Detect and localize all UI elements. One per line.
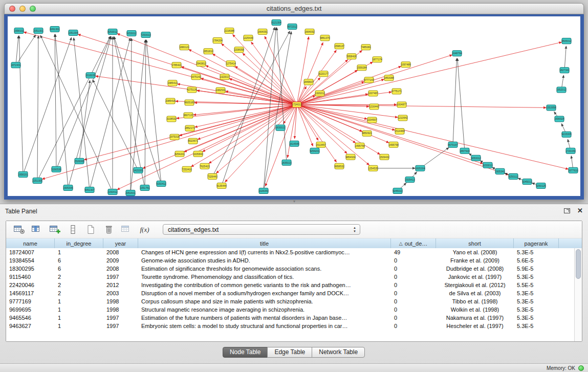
graph-node[interactable]: 2852171 [185, 125, 195, 131]
table-row[interactable]: 969969511998Structural magnetic resonanc… [6, 305, 574, 314]
table-row[interactable]: 2242004622012Investigating the contribut… [6, 281, 574, 289]
graph-node[interactable]: 1830022 [275, 125, 286, 130]
panel-splitter[interactable]: ▾ [0, 200, 588, 204]
table-row[interactable]: 1830029562008Estimation of significance … [6, 265, 574, 273]
graph-node[interactable]: 9850921 [362, 130, 372, 136]
graph-node[interactable]: 1598137 [334, 43, 344, 49]
graph-node[interactable]: 1648794 [452, 51, 462, 56]
graph-node[interactable]: 1323017 [220, 74, 230, 80]
graph-node[interactable]: 1514469 [395, 128, 405, 134]
graph-node[interactable]: 1872431 [11, 62, 21, 68]
graph-node[interactable]: 9135444 [216, 183, 227, 188]
column-header-name[interactable]: name [6, 238, 55, 248]
column-header-out_de[interactable]: △out_de… [391, 238, 436, 248]
graph-node[interactable]: 1614545 [289, 141, 299, 146]
graph-node[interactable]: 8254201 [175, 151, 185, 157]
graph-node[interactable]: 1097489 [401, 62, 411, 68]
column-header-title[interactable]: title [138, 238, 391, 248]
graph-node[interactable]: 9958532 [334, 163, 344, 169]
graph-node[interactable]: 9150412 [156, 181, 166, 186]
graph-node[interactable]: 9854934 [345, 154, 356, 160]
graph-node[interactable]: 1275414 [226, 61, 236, 67]
graph-node[interactable]: 1680121 [179, 45, 189, 50]
graph-node[interactable]: 8679197 [448, 142, 458, 147]
graph-node[interactable]: 2085416 [165, 98, 176, 104]
graph-node[interactable]: 9777143 [364, 77, 374, 83]
graph-node[interactable]: 9245013 [393, 188, 403, 193]
create-column-icon[interactable] [48, 223, 62, 236]
graph-node[interactable]: 1605304 [415, 165, 425, 171]
graph-node[interactable]: 1210642 [398, 115, 408, 121]
graph-node[interactable]: 9505312 [561, 38, 572, 44]
graph-node[interactable]: 9250112 [508, 173, 518, 179]
table-row[interactable]: 977716911998Corpus callosum shape and si… [6, 297, 574, 305]
graph-node[interactable]: 1853088 [384, 75, 394, 81]
graph-node[interactable]: 1553958 [546, 105, 556, 111]
graph-node[interactable]: 1675142 [191, 74, 201, 80]
graph-node[interactable]: 1664092 [304, 29, 315, 35]
graph-node[interactable]: 1320212 [315, 91, 325, 96]
graph-node[interactable]: 7485081 [361, 45, 371, 50]
graph-node[interactable]: 8023671 [188, 138, 198, 144]
graph-node[interactable]: 9861370 [320, 35, 330, 41]
graph-node[interactable]: 1007487 [368, 91, 378, 96]
graph-node[interactable]: 1975318 [169, 134, 180, 140]
table-row[interactable]: 1938455462009Genome-wide association stu… [6, 256, 574, 265]
graph-node[interactable]: 8605183 [184, 100, 194, 105]
column-header-year[interactable]: year [103, 238, 138, 248]
graph-node[interactable]: 8253012 [107, 29, 118, 35]
table-row[interactable]: 946554611997Estimation of the future num… [6, 314, 574, 322]
graph-node[interactable]: 1635843 [193, 151, 203, 157]
network-canvas[interactable]: 1724012221808817842042851810294381216751… [8, 16, 580, 196]
column-header-in_degree[interactable]: in_degree [55, 238, 103, 248]
graph-node[interactable]: 2051601 [125, 190, 136, 195]
graph-node[interactable]: 4275126 [187, 87, 197, 93]
graph-node[interactable]: 1724012 [292, 102, 302, 107]
graph-node[interactable]: 1905306 [63, 185, 73, 190]
table-row[interactable]: 911546021997Tourette syndrome. Phenomeno… [6, 273, 574, 281]
graph-node[interactable]: 2251305 [32, 178, 42, 183]
graph-node[interactable]: 1720154 [565, 148, 576, 154]
graph-node[interactable]: 9051307 [84, 187, 95, 192]
graph-node[interactable]: 1415305 [133, 167, 143, 173]
import-table-icon[interactable] [120, 223, 134, 236]
graph-node[interactable]: 1225439 [243, 35, 253, 41]
graph-node[interactable]: 5190530 [51, 166, 61, 172]
graph-node[interactable]: 1495758 [388, 142, 399, 147]
close-window-button[interactable] [9, 6, 15, 12]
graph-node[interactable]: 1559284 [357, 65, 367, 71]
table-row[interactable]: 946362711997Embryonic stem cells: a mode… [6, 322, 574, 330]
graph-node[interactable]: 3807137 [183, 113, 193, 118]
graph-node[interactable]: 1877174 [372, 57, 382, 62]
graph-node[interactable]: 1664091 [257, 29, 268, 35]
table-row[interactable]: 1872400712008Changes of HCN gene express… [6, 248, 574, 256]
graph-node[interactable]: 1696924 [554, 116, 564, 122]
graph-node[interactable]: 7253013 [141, 32, 151, 38]
graph-node[interactable]: 1849607 [303, 79, 314, 85]
graph-node[interactable]: 1051304 [68, 30, 78, 36]
graph-node[interactable]: 2218088 [224, 28, 234, 34]
graph-node[interactable]: 2016030 [85, 73, 96, 78]
vertical-scrollbar[interactable] [574, 248, 582, 341]
graph-node[interactable]: 2943812 [196, 61, 206, 67]
graph-node[interactable]: 2208058 [234, 47, 244, 53]
column-header-pagerank[interactable]: pagerank [514, 238, 559, 248]
graph-node[interactable]: 2526065 [74, 158, 84, 164]
graph-node[interactable]: 7253410 [182, 166, 192, 172]
graph-node[interactable]: 1785421 [171, 62, 182, 68]
graph-node[interactable]: 1784204 [212, 38, 223, 43]
graph-node[interactable]: 1827341 [559, 68, 570, 73]
delete-table-icon[interactable] [102, 223, 116, 236]
memory-ok-icon[interactable] [578, 365, 584, 371]
graph-node[interactable]: 9254201 [310, 148, 320, 154]
graph-node[interactable]: 9053012 [471, 155, 481, 161]
graph-node[interactable]: 1677610 [568, 167, 578, 173]
graph-node[interactable]: 1026053 [258, 188, 269, 193]
graph-node[interactable]: 1004877 [397, 102, 407, 107]
graph-node[interactable]: 9215305 [561, 132, 572, 137]
graph-node[interactable]: 1952012 [556, 87, 567, 93]
zoom-window-button[interactable] [30, 6, 36, 12]
graph-node[interactable]: 1905341 [495, 168, 505, 174]
graph-node[interactable]: 1985413 [167, 80, 178, 86]
column-header-short[interactable]: short [436, 238, 514, 248]
